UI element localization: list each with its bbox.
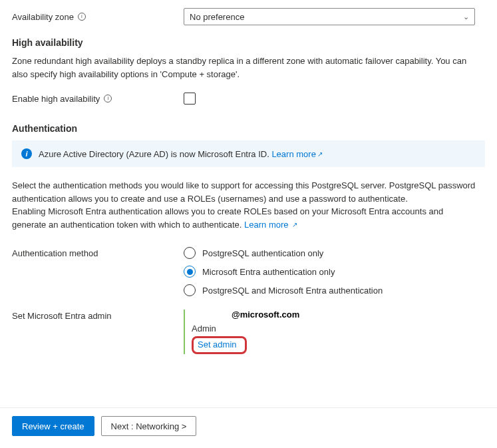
chevron-down-icon: ⌄ — [463, 13, 469, 21]
radio-postgresql-only[interactable]: PostgreSQL authentication only — [184, 247, 383, 259]
radio-button-icon — [184, 247, 196, 259]
info-banner: i Azure Active Directory (Azure AD) is n… — [12, 140, 485, 167]
set-admin-highlight: Set admin — [192, 336, 247, 354]
info-banner-icon: i — [21, 148, 32, 159]
authentication-heading: Authentication — [12, 123, 485, 134]
info-banner-text: Azure Active Directory (Azure AD) is now… — [39, 149, 323, 159]
high-availability-description: Zone redundant high availability deploys… — [12, 55, 478, 81]
info-icon[interactable]: i — [104, 95, 112, 103]
availability-zone-value: No preference — [190, 12, 244, 22]
enable-ha-checkbox[interactable] — [184, 93, 196, 105]
availability-zone-label: Availability zone — [12, 12, 74, 22]
auth-method-radio-group: PostgreSQL authentication only Microsoft… — [184, 247, 383, 296]
radio-label: Microsoft Entra authentication only — [202, 267, 335, 277]
external-link-icon: ↗ — [317, 150, 323, 158]
enable-ha-label: Enable high availability — [12, 94, 100, 104]
radio-button-icon — [184, 284, 196, 296]
set-admin-link[interactable]: Set admin — [198, 339, 237, 349]
info-icon[interactable]: i — [78, 13, 86, 21]
radio-button-icon — [184, 266, 196, 278]
banner-learn-more-link[interactable]: Learn more↗ — [271, 149, 322, 159]
radio-postgresql-and-entra[interactable]: PostgreSQL and Microsoft Entra authentic… — [184, 284, 383, 296]
availability-zone-select[interactable]: No preference ⌄ — [184, 8, 475, 25]
radio-label: PostgreSQL authentication only — [202, 248, 323, 258]
review-create-button[interactable]: Review + create — [12, 416, 94, 436]
radio-entra-only[interactable]: Microsoft Entra authentication only — [184, 266, 383, 278]
high-availability-heading: High availability — [12, 37, 485, 48]
external-link-icon: ↗ — [292, 220, 297, 230]
footer-bar: Review + create Next : Networking > — [0, 407, 497, 448]
set-admin-label: Set Microsoft Entra admin — [12, 310, 184, 321]
admin-email: @microsoft.com — [192, 310, 299, 320]
radio-label: PostgreSQL and Microsoft Entra authentic… — [202, 286, 383, 296]
auth-learn-more-link[interactable]: Learn more ↗ — [244, 220, 297, 230]
authentication-description: Select the authentication methods you wo… — [12, 179, 478, 231]
admin-role: Admin — [192, 324, 299, 334]
next-networking-button[interactable]: Next : Networking > — [101, 416, 197, 436]
admin-block: @microsoft.com Admin Set admin — [184, 310, 299, 354]
auth-method-label: Authentication method — [12, 247, 184, 258]
